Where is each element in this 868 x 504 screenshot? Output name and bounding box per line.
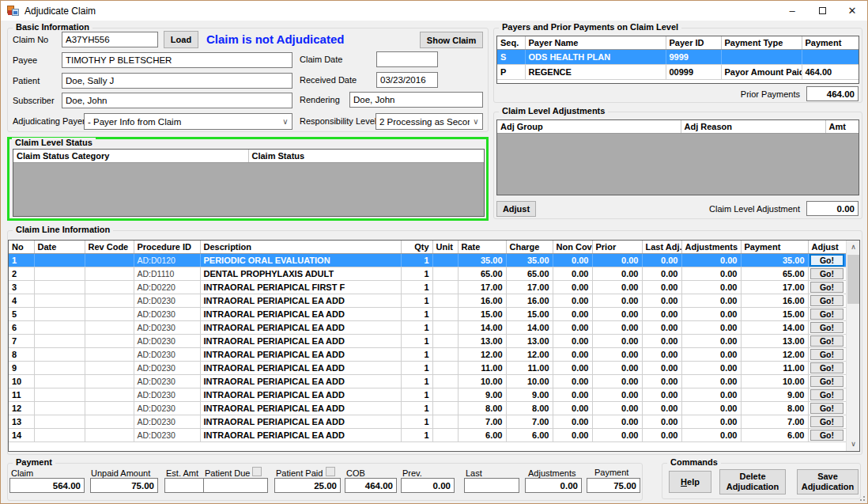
column-header[interactable]: Adjust bbox=[808, 241, 846, 254]
go-button[interactable]: Go! bbox=[810, 309, 843, 320]
claim-line-row[interactable]: 14AD:D0230INTRAORAL PERIAPICAL EA ADD16.… bbox=[9, 429, 846, 442]
help-button[interactable]: Help bbox=[669, 471, 711, 493]
column-header[interactable]: Claim Status bbox=[248, 150, 484, 163]
column-header[interactable]: Payment bbox=[802, 36, 859, 50]
save-adjudication-button[interactable]: Save Adjudication bbox=[797, 469, 859, 495]
column-header[interactable]: Prior bbox=[592, 241, 642, 254]
load-button[interactable]: Load bbox=[164, 31, 198, 48]
column-header[interactable]: Description bbox=[200, 241, 401, 254]
cell-prior: 0.00 bbox=[592, 429, 642, 442]
claim-line-row[interactable]: 9AD:D0230INTRAORAL PERIAPICAL EA ADD111.… bbox=[9, 362, 846, 375]
subscriber-input[interactable] bbox=[62, 93, 292, 108]
go-button[interactable]: Go! bbox=[810, 255, 843, 266]
claim-line-row[interactable]: 11AD:D0230INTRAORAL PERIAPICAL EA ADD19.… bbox=[9, 388, 846, 402]
go-button[interactable]: Go! bbox=[810, 403, 843, 414]
minimize-button[interactable]: – bbox=[777, 1, 807, 21]
commands-group: Commands Help Delete Adjudication Save A… bbox=[662, 463, 861, 499]
column-header[interactable]: Claim Status Category bbox=[13, 150, 248, 163]
column-header[interactable]: Seq. bbox=[497, 36, 525, 50]
claim-line-row[interactable]: 7AD:D0230INTRAORAL PERIAPICAL EA ADD113.… bbox=[9, 335, 846, 348]
patient-due-field[interactable] bbox=[203, 478, 268, 493]
column-header[interactable]: Unit bbox=[432, 241, 458, 254]
column-header[interactable]: Adjustments bbox=[681, 241, 741, 254]
claim-line-row[interactable]: 10AD:D0230INTRAORAL PERIAPICAL EA ADD110… bbox=[9, 375, 846, 388]
show-claim-button[interactable]: Show Claim bbox=[420, 32, 483, 48]
last-field[interactable] bbox=[464, 478, 519, 493]
claim-line-row[interactable]: 2AD:D1110DENTAL PROPHYLAXIS ADULT165.006… bbox=[9, 267, 846, 281]
column-header[interactable]: Payment Type bbox=[721, 36, 802, 50]
scroll-down-icon[interactable]: ∨ bbox=[847, 438, 860, 451]
go-button[interactable]: Go! bbox=[810, 362, 843, 373]
prior-payments-field[interactable] bbox=[806, 86, 859, 101]
scroll-up-icon[interactable]: ∧ bbox=[847, 241, 860, 254]
go-button[interactable]: Go! bbox=[810, 295, 843, 306]
go-button[interactable]: Go! bbox=[810, 282, 843, 293]
cell-date bbox=[34, 294, 85, 308]
payer-row[interactable]: PREGENCE00999Payor Amount Paid464.00 bbox=[497, 65, 859, 80]
go-button[interactable]: Go! bbox=[810, 349, 843, 360]
payer-row[interactable]: SODS HEALTH PLAN9999 bbox=[497, 50, 859, 65]
go-button[interactable]: Go! bbox=[810, 268, 843, 279]
column-header[interactable]: Procedure ID bbox=[134, 241, 200, 254]
column-header[interactable]: Rev Code bbox=[85, 241, 134, 254]
rendering-input[interactable] bbox=[349, 92, 483, 108]
claim-line-row[interactable]: 4AD:D0230INTRAORAL PERIAPICAL EA ADD116.… bbox=[9, 294, 846, 308]
column-header[interactable]: Charge bbox=[506, 241, 553, 254]
prev-field[interactable] bbox=[401, 478, 455, 493]
claim-line-row[interactable]: 8AD:D0230INTRAORAL PERIAPICAL EA ADD112.… bbox=[9, 348, 846, 362]
adjust-button[interactable]: Adjust bbox=[496, 201, 536, 217]
claim-line-row[interactable]: 1AD:D0120PERIODIC ORAL EVALUATION135.003… bbox=[9, 254, 846, 267]
claim-level-adjustment-field[interactable] bbox=[806, 201, 859, 216]
column-header[interactable]: Non Cov bbox=[553, 241, 592, 254]
patient-paid-label: Patient Paid bbox=[276, 468, 323, 478]
go-button[interactable]: Go! bbox=[810, 376, 843, 387]
patient-paid-checkbox[interactable] bbox=[326, 467, 335, 476]
go-button[interactable]: Go! bbox=[810, 322, 843, 333]
claim-line-row[interactable]: 12AD:D0230INTRAORAL PERIAPICAL EA ADD18.… bbox=[9, 402, 846, 415]
cell-rate: 16.00 bbox=[458, 294, 506, 308]
column-header[interactable]: Amt bbox=[825, 120, 859, 134]
unpaid-amount-field[interactable] bbox=[90, 478, 158, 493]
cell-charge: 8.00 bbox=[506, 402, 553, 415]
go-button[interactable]: Go! bbox=[810, 389, 843, 400]
scrollbar-thumb[interactable] bbox=[847, 255, 859, 304]
patient-input[interactable] bbox=[62, 73, 292, 89]
cell-rate: 10.00 bbox=[458, 375, 506, 388]
go-button[interactable]: Go! bbox=[810, 430, 843, 441]
column-header[interactable]: Rate bbox=[458, 241, 506, 254]
claim-date-input[interactable] bbox=[376, 51, 438, 67]
column-header[interactable]: Payment bbox=[741, 241, 808, 254]
go-button[interactable]: Go! bbox=[810, 416, 843, 427]
claim-line-row[interactable]: 6AD:D0230INTRAORAL PERIAPICAL EA ADD114.… bbox=[9, 321, 846, 335]
go-button[interactable]: Go! bbox=[810, 335, 843, 347]
column-header[interactable]: Date bbox=[34, 241, 85, 254]
cell-no: 1 bbox=[9, 254, 34, 267]
patient-due-checkbox[interactable] bbox=[252, 467, 262, 476]
claim-no-input[interactable] bbox=[62, 32, 158, 47]
payee-input[interactable] bbox=[62, 52, 292, 68]
maximize-button[interactable] bbox=[807, 1, 837, 21]
column-header[interactable]: Adj Group bbox=[497, 120, 681, 134]
claim-line-row[interactable]: 5AD:D0230INTRAORAL PERIAPICAL EA ADD115.… bbox=[9, 308, 846, 321]
close-button[interactable]: ✕ bbox=[837, 1, 867, 21]
cell-last-adj: 0.00 bbox=[642, 388, 681, 402]
claim-line-row[interactable]: 13AD:D0230INTRAORAL PERIAPICAL EA ADD17.… bbox=[9, 415, 846, 429]
responsibility-level-select[interactable]: 2 Processing as Second ∨ bbox=[376, 113, 483, 130]
column-header[interactable]: Payer ID bbox=[666, 36, 721, 50]
delete-adjudication-button[interactable]: Delete Adjudication bbox=[719, 469, 786, 495]
resize-grip[interactable] bbox=[858, 494, 866, 502]
column-header[interactable]: Adj Reason bbox=[681, 120, 825, 134]
claim-amount-field[interactable] bbox=[9, 478, 85, 493]
adjudicating-payer-select[interactable]: - Payer Info from Claim ∨ bbox=[84, 113, 292, 130]
claim-line-row[interactable]: 3AD:D0220INTRAORAL PERIAPICAL FIRST F117… bbox=[9, 281, 846, 294]
column-header[interactable]: Last Adj. bbox=[642, 241, 681, 254]
column-header[interactable]: No bbox=[9, 241, 34, 254]
cob-field[interactable] bbox=[345, 478, 397, 493]
patient-paid-field[interactable] bbox=[274, 478, 341, 493]
received-date-input[interactable] bbox=[376, 72, 438, 88]
column-header[interactable]: Payer Name bbox=[525, 36, 666, 50]
column-header[interactable]: Qty bbox=[401, 241, 432, 254]
payment-amount-field[interactable] bbox=[587, 478, 640, 493]
claim-lines-scrollbar[interactable]: ∧ ∨ bbox=[846, 241, 859, 451]
adjustments-field[interactable] bbox=[525, 478, 582, 493]
